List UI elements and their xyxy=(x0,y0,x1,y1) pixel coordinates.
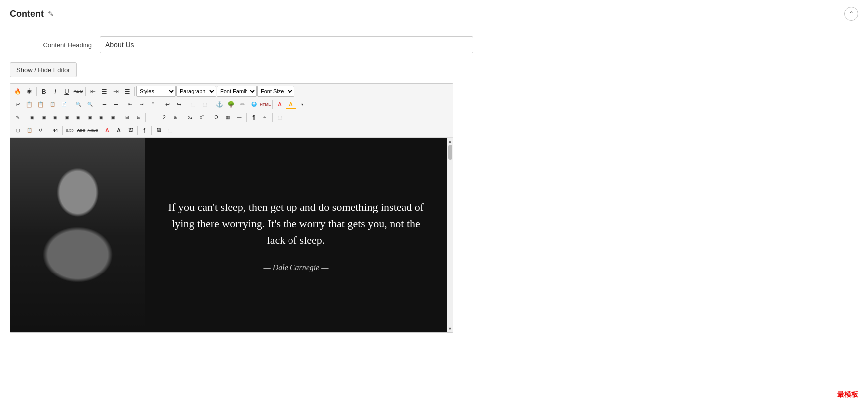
separator-3 xyxy=(134,87,135,96)
toolbar-font-family-select[interactable]: Font Family xyxy=(217,86,257,97)
toolbar-hline-btn[interactable]: — xyxy=(234,112,245,123)
edit-icon[interactable]: ✎ xyxy=(48,10,54,18)
toolbar-highlight-btn[interactable]: A xyxy=(286,99,296,110)
show-hide-editor-button[interactable]: Show / Hide Editor xyxy=(10,62,77,77)
toolbar-r4-btn10[interactable]: 🖼 xyxy=(125,125,136,136)
toolbar-cell-7-btn[interactable]: ▣ xyxy=(96,112,107,123)
content-heading-input[interactable] xyxy=(100,36,473,53)
toolbar-paragraph-select[interactable]: Paragraph xyxy=(176,86,216,97)
toolbar-r4-btn5[interactable]: 6.55 xyxy=(64,125,75,136)
toolbar-align-center-btn[interactable]: ☰ xyxy=(99,86,110,97)
toolbar-image-btn[interactable]: 🌳 xyxy=(225,99,236,110)
toolbar-subscript-btn[interactable]: x₂ xyxy=(185,112,196,123)
toolbar-anchor-btn[interactable]: ⚓ xyxy=(214,99,225,110)
toolbar-ordered-list-btn[interactable]: ☰ xyxy=(110,99,121,110)
separator-2 xyxy=(85,87,86,96)
separator-7 xyxy=(160,100,160,109)
title-area: Content ✎ xyxy=(10,9,54,19)
toolbar-r4-btn12[interactable]: 🖼 xyxy=(153,125,164,136)
toolbar-paste-btn[interactable]: 📋 xyxy=(35,99,46,110)
toolbar-r4-btn1[interactable]: ▢ xyxy=(12,125,23,136)
editor-wrapper: If you can't sleep, then get up and do s… xyxy=(10,138,453,332)
toolbar-cell-3-btn[interactable]: ▣ xyxy=(50,112,61,123)
separator-20 xyxy=(100,126,100,135)
scroll-thumb[interactable] xyxy=(448,145,452,160)
toolbar-spider-btn[interactable]: 🕷 xyxy=(24,86,35,97)
toolbar-show-blocks-btn[interactable]: ¶ xyxy=(248,112,259,123)
toolbar-blockquote-btn[interactable]: " xyxy=(147,99,158,110)
toolbar-edit-table-btn[interactable]: ✎ xyxy=(12,112,23,123)
separator-17 xyxy=(272,113,273,122)
toolbar-html-btn[interactable]: HTML xyxy=(260,99,271,110)
toolbar-bold-btn[interactable]: B xyxy=(38,86,49,97)
toolbar-cut-btn[interactable]: ✂ xyxy=(12,99,23,110)
content-area: Content Heading Show / Hide Editor 🔥 🕷 B… xyxy=(0,26,868,343)
toolbar-r4-btn13[interactable]: ⬚ xyxy=(165,125,176,136)
editor-content-area[interactable]: If you can't sleep, then get up and do s… xyxy=(10,138,447,332)
toolbar-maximize-btn[interactable]: ⬚ xyxy=(274,112,285,123)
rich-text-editor: 🔥 🕷 B I U ABC ⇤ ☰ ⇥ ☰ Styles Paragraph xyxy=(10,83,453,333)
toolbar-media-btn[interactable]: ▦ xyxy=(222,112,233,123)
toolbar-r4-btn7[interactable]: A.B.C xyxy=(87,125,98,136)
toolbar-outdent-btn[interactable]: ⇤ xyxy=(125,99,136,110)
toolbar-styles-select[interactable]: Styles xyxy=(136,86,176,97)
scroll-down-arrow[interactable]: ▼ xyxy=(447,325,453,332)
separator-22 xyxy=(151,126,152,135)
toolbar-paste-word-btn[interactable]: 📄 xyxy=(58,99,69,110)
toolbar-cell-8-btn[interactable]: ▣ xyxy=(107,112,118,123)
toolbar-r4-btn6[interactable]: ABC xyxy=(76,125,87,136)
toolbar-strikethrough-btn[interactable]: ABC xyxy=(73,86,84,97)
editor-scrollbar[interactable]: ▲ ▼ xyxy=(447,138,453,332)
toolbar-table-insert-btn[interactable]: ⊞ xyxy=(122,112,133,123)
toolbar-cell-2-btn[interactable]: ▣ xyxy=(38,112,49,123)
toolbar-cell-4-btn[interactable]: ▣ xyxy=(61,112,72,123)
toolbar-font-color-btn[interactable]: A xyxy=(274,99,285,110)
toolbar-unordered-list-btn[interactable]: ☰ xyxy=(99,99,110,110)
page-title: Content xyxy=(10,9,44,19)
toolbar-r4-btn8[interactable]: A xyxy=(102,125,113,136)
toolbar-special-char-btn[interactable]: 2 xyxy=(159,112,170,123)
toolbar-table2-btn[interactable]: ⊞ xyxy=(170,112,181,123)
toolbar-indent-btn[interactable]: ⇥ xyxy=(136,99,147,110)
toolbar-special-chars-btn[interactable]: Ω xyxy=(211,112,222,123)
toolbar-superscript-btn[interactable]: xᵀ xyxy=(196,112,207,123)
toolbar-table-delete-btn[interactable]: ⊟ xyxy=(133,112,144,123)
toolbar-r4-btn4[interactable]: 44 xyxy=(50,125,61,136)
toolbar-iframe-btn[interactable]: 🌐 xyxy=(248,99,259,110)
toolbar-copy-btn[interactable]: 📋 xyxy=(24,99,35,110)
toolbar-row-4: ▢ 📋 ↺ 44 6.55 ABC A.B.C A A 🖼 ¶ 🖼 ⬚ xyxy=(12,124,451,136)
toolbar-flash-btn[interactable]: ✏ xyxy=(237,99,248,110)
toolbar-cell-1-btn[interactable]: ▣ xyxy=(27,112,38,123)
scroll-up-arrow[interactable]: ▲ xyxy=(447,138,453,145)
toolbar-hrule-btn[interactable]: — xyxy=(147,112,158,123)
toolbar-cell-5-btn[interactable]: ▣ xyxy=(73,112,84,123)
separator-16 xyxy=(246,113,247,122)
toolbar-remove-format-btn[interactable]: ⬚ xyxy=(199,99,210,110)
toolbar-paste-text-btn[interactable]: 📋 xyxy=(47,99,58,110)
toolbar-find-btn[interactable]: 🔍 xyxy=(73,99,84,110)
separator-15 xyxy=(209,113,209,122)
toolbar-r4-btn11[interactable]: ¶ xyxy=(139,125,150,136)
toolbar-source-btn[interactable]: 🔥 xyxy=(12,86,23,97)
toolbar-align-right-btn[interactable]: ⇥ xyxy=(110,86,121,97)
toolbar-italic-btn[interactable]: I xyxy=(50,86,61,97)
toolbar-underline-btn[interactable]: U xyxy=(61,86,72,97)
quote-attribution: — Dale Carnegie — xyxy=(263,263,328,272)
toolbar-r4-btn2[interactable]: 📋 xyxy=(24,125,35,136)
toolbar-highlight-dropdown-btn[interactable]: ▾ xyxy=(297,99,308,110)
toolbar-r4-btn9[interactable]: A xyxy=(113,125,124,136)
content-heading-label: Content Heading xyxy=(10,41,100,49)
toolbar-font-size-select[interactable]: Font Size xyxy=(257,86,294,97)
toolbar-show-returns-btn[interactable]: ↵ xyxy=(260,112,271,123)
separator-11 xyxy=(25,113,25,122)
toolbar-align-justify-btn[interactable]: ☰ xyxy=(122,86,133,97)
toolbar-replace-btn[interactable]: 🔍 xyxy=(84,99,95,110)
toolbar-align-left-btn[interactable]: ⇤ xyxy=(87,86,98,97)
toolbar-r4-btn3[interactable]: ↺ xyxy=(35,125,46,136)
collapse-button[interactable]: ⌃ xyxy=(844,7,858,21)
toolbar-select-all-btn[interactable]: ⬚ xyxy=(188,99,199,110)
toolbar-undo-btn[interactable]: ↩ xyxy=(162,99,173,110)
toolbar-redo-btn[interactable]: ↪ xyxy=(173,99,184,110)
page-header: Content ✎ ⌃ xyxy=(0,0,868,26)
toolbar-cell-6-btn[interactable]: ▣ xyxy=(84,112,95,123)
